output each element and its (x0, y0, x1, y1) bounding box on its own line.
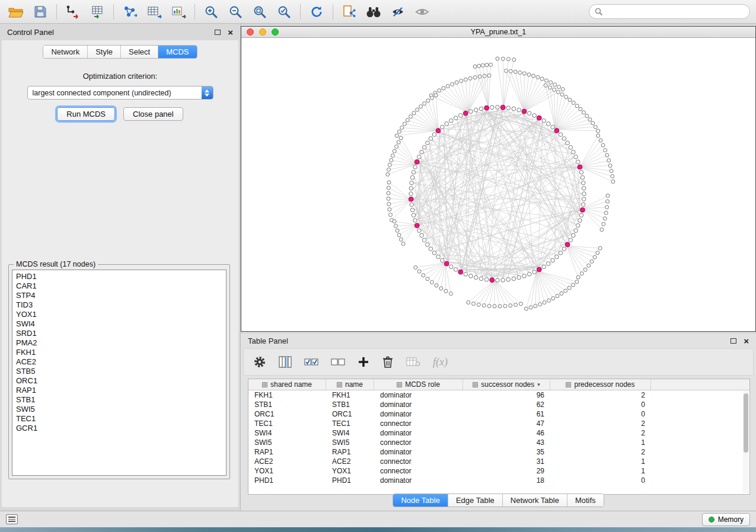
mcds-result-item[interactable]: CAR1 (16, 281, 226, 291)
trash-icon (382, 355, 394, 368)
table-settings-button[interactable] (253, 353, 266, 371)
dropdown-stepper-icon (202, 86, 213, 99)
table-row[interactable]: STB1STB1dominator620 (248, 400, 749, 409)
table-row[interactable]: SWI4SWI4dominator462 (248, 428, 749, 438)
tab-node-table[interactable]: Node Table (393, 494, 448, 507)
mcds-result-item[interactable]: PHD1 (16, 272, 226, 281)
mcds-result-item[interactable]: ORC1 (16, 376, 226, 386)
table-cell: 0 (550, 476, 651, 485)
table-row[interactable]: TEC1TEC1connector472 (248, 419, 749, 428)
mcds-result-item[interactable]: ACE2 (16, 357, 226, 367)
table-float-window-icon[interactable] (731, 338, 736, 344)
table-cell: dominator (374, 409, 463, 419)
scrollbar-thumb[interactable] (744, 393, 748, 453)
float-window-icon[interactable] (215, 30, 221, 35)
delete-column-button[interactable] (382, 353, 394, 371)
table-cell: 31 (463, 457, 550, 466)
table-cell: SWI5 (326, 438, 374, 447)
table-cell: 46 (463, 428, 550, 438)
import-table-button[interactable] (87, 2, 107, 21)
tab-select[interactable]: Select (121, 46, 158, 58)
table-row[interactable]: PHD1PHD1dominator180 (248, 476, 749, 485)
export-table-button[interactable] (144, 2, 164, 21)
mcds-result-item[interactable]: STB1 (16, 395, 226, 405)
control-panel-title: Control Panel (7, 28, 54, 37)
show-details-button[interactable] (388, 2, 408, 21)
table-row[interactable]: FKH1FKH1dominator962 (248, 390, 749, 400)
mcds-result-item[interactable]: STB5 (16, 367, 226, 376)
network-view-canvas[interactable] (241, 38, 755, 331)
export-network-button[interactable] (120, 2, 140, 21)
unselect-all-columns-button[interactable] (331, 353, 345, 371)
table-cell: ORC1 (326, 409, 374, 419)
tab-network[interactable]: Network (43, 46, 88, 58)
zoom-fit-button[interactable] (250, 2, 270, 21)
optimization-criterion-label: Optimization criterion: (2, 72, 238, 81)
mcds-result-item[interactable]: SRD1 (16, 329, 226, 338)
delete-table-button-disabled[interactable] (406, 353, 420, 371)
mcds-result-list[interactable]: PHD1CAR1STP4TID3YOX1SWI4SRD1PMA2FKH1ACE2… (12, 270, 227, 476)
export-image-button[interactable] (168, 2, 189, 21)
zoom-selected-button[interactable] (274, 2, 294, 21)
table-panel-header: Table Panel × (241, 334, 756, 348)
close-panel-button[interactable]: Close panel (123, 107, 183, 121)
table-cell: 2 (550, 419, 651, 428)
refresh-view-button[interactable] (307, 2, 327, 21)
table-row[interactable]: ORC1ORC1dominator610 (248, 409, 749, 419)
mcds-result-item[interactable]: TID3 (16, 300, 226, 310)
close-panel-icon[interactable]: × (228, 28, 233, 37)
table-row[interactable]: YOX1YOX1connector291 (248, 466, 749, 476)
mcds-result-item[interactable]: STP4 (16, 291, 226, 300)
table-cell: dominator (374, 400, 463, 409)
function-builder-button[interactable]: f(x) (433, 353, 448, 371)
memory-label: Memory (718, 515, 744, 524)
zoom-out-icon (228, 5, 243, 19)
import-network-button[interactable] (63, 2, 83, 21)
open-file-button[interactable] (6, 2, 26, 21)
table-cell: 96 (463, 390, 550, 400)
zoom-selected-icon (277, 5, 291, 19)
table-body: FKH1FKH1dominator962STB1STB1dominator620… (248, 390, 749, 485)
hide-details-button[interactable] (412, 2, 432, 21)
table-row[interactable]: SWI5SWI5connector431 (248, 438, 749, 447)
mcds-result-item[interactable]: GCR1 (16, 424, 226, 433)
column-header-shared-name[interactable]: shared name (248, 379, 326, 390)
mcds-result-item[interactable]: SWI5 (16, 405, 226, 414)
search-box[interactable] (589, 4, 750, 19)
show-columns-button[interactable] (279, 353, 292, 371)
table-row[interactable]: RAP1RAP1dominator352 (248, 447, 749, 457)
save-session-button[interactable] (30, 2, 50, 21)
find-button[interactable] (363, 2, 384, 21)
zoom-in-button[interactable] (201, 2, 221, 21)
column-header-name[interactable]: name (326, 379, 374, 390)
memory-button[interactable]: Memory (702, 513, 750, 526)
search-input[interactable] (606, 8, 744, 16)
column-header-successor-nodes[interactable]: successor nodes ▾ (463, 379, 550, 390)
column-header-predecessor-nodes[interactable]: predecessor nodes (550, 379, 651, 390)
task-history-icon[interactable] (6, 514, 18, 524)
mcds-result-item[interactable]: PMA2 (16, 338, 226, 348)
network-window-titlebar[interactable]: YPA_prune.txt_1 (241, 27, 755, 38)
mcds-result-item[interactable]: FKH1 (16, 348, 226, 357)
mcds-result-item[interactable]: SWI4 (16, 319, 226, 329)
tab-motifs[interactable]: Motifs (567, 494, 604, 507)
table-row[interactable]: ACE2ACE2connector311 (248, 457, 749, 466)
column-header-mcds-role[interactable]: MCDS role (374, 379, 463, 390)
table-cell: STB1 (248, 400, 326, 409)
network-graph[interactable] (241, 38, 755, 331)
clone-network-button[interactable] (339, 2, 359, 21)
zoom-out-button[interactable] (225, 2, 245, 21)
mcds-result-item[interactable]: RAP1 (16, 386, 226, 395)
tab-style[interactable]: Style (88, 46, 121, 58)
select-all-columns-button[interactable] (304, 353, 318, 371)
tab-edge-table[interactable]: Edge Table (448, 494, 503, 507)
mcds-result-item[interactable]: YOX1 (16, 310, 226, 319)
table-close-panel-icon[interactable]: × (744, 336, 749, 345)
create-column-button[interactable] (358, 353, 369, 371)
table-scrollbar[interactable] (743, 391, 749, 493)
mcds-result-item[interactable]: TEC1 (16, 414, 226, 424)
criterion-dropdown[interactable]: largest connected component (undirected) (27, 86, 213, 100)
run-mcds-button[interactable]: Run MCDS (57, 107, 115, 121)
tab-network-table[interactable]: Network Table (503, 494, 567, 507)
tab-mcds[interactable]: MCDS (158, 46, 196, 58)
